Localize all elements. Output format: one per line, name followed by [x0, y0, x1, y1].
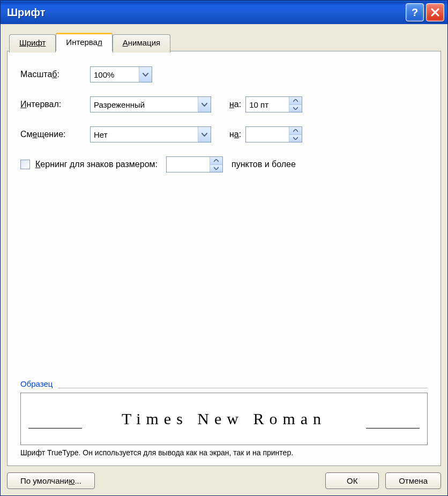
chevron-up-icon [293, 129, 298, 132]
row-position: Смещение: на: [20, 126, 428, 142]
position-by-label: на: [229, 130, 241, 139]
close-button[interactable] [426, 3, 444, 21]
titlebar-buttons: ? [406, 3, 444, 21]
tab-font[interactable]: Шрифт [9, 34, 56, 52]
spacing-dropdown-button[interactable] [198, 97, 211, 112]
kerning-label: Кернинг для знаков размером: [35, 160, 158, 169]
spacing-label: Интервал: [20, 100, 90, 109]
preview-box: Times New Roman [20, 393, 428, 445]
chevron-down-icon [201, 103, 207, 107]
spacer [20, 177, 428, 374]
row-kerning: Кернинг для знаков размером: [20, 156, 428, 172]
kerning-spin-down[interactable] [210, 165, 222, 172]
position-by-spin-buttons [289, 127, 302, 142]
kerning-input[interactable] [167, 157, 210, 172]
tab-interval[interactable]: Интервал [56, 33, 112, 51]
spacing-by-label: на: [229, 100, 241, 109]
spacing-by-spinner[interactable] [245, 96, 302, 112]
help-icon: ? [412, 6, 418, 19]
position-input[interactable] [91, 127, 198, 142]
scale-label: Масштаб: [20, 70, 90, 79]
kerning-spin-buttons [210, 157, 222, 172]
titlebar: Шрифт ? [1, 1, 447, 24]
position-by-spin-up[interactable] [289, 127, 302, 135]
spacing-by-spin-up[interactable] [289, 97, 302, 105]
preview-hint: Шрифт TrueType. Он используется для выво… [20, 448, 428, 457]
preview-section-label: Образец [20, 379, 57, 388]
window-title: Шрифт [7, 6, 406, 19]
preview-text: Times New Roman [122, 410, 326, 428]
kerning-spin-up[interactable] [210, 157, 222, 165]
font-dialog: Шрифт ? Шрифт Интервал Анимация [0, 0, 448, 496]
spacing-by-input[interactable] [246, 97, 289, 112]
tab-animation[interactable]: Анимация [113, 34, 170, 52]
chevron-up-icon [214, 159, 219, 162]
row-scale: Масштаб: [20, 66, 428, 82]
chevron-down-icon [293, 137, 298, 140]
chevron-down-icon [293, 107, 298, 110]
position-by-spinner[interactable] [245, 126, 302, 142]
chevron-down-icon [143, 73, 148, 77]
help-button[interactable]: ? [406, 3, 424, 21]
position-label: Смещение: [20, 130, 90, 139]
form-area: Масштаб: Интервал: [20, 66, 428, 177]
spacing-input[interactable] [91, 97, 198, 112]
close-icon [431, 8, 439, 17]
preview-fieldset: Образец Times New Roman Шрифт TrueType. … [20, 385, 428, 457]
spacing-by-spin-down[interactable] [289, 105, 302, 112]
preview-underline-right [366, 428, 420, 429]
button-row: По умолчанию... ОК Отмена [7, 472, 441, 489]
scale-input[interactable] [91, 67, 139, 82]
tab-row: Шрифт Интервал Анимация [9, 33, 441, 51]
kerning-suffix: пунктов и более [232, 160, 296, 169]
spacing-by-spin-buttons [289, 97, 302, 112]
fieldset-line [58, 388, 428, 388]
cancel-button[interactable]: Отмена [385, 472, 441, 489]
chevron-down-icon [214, 167, 219, 170]
row-spacing: Интервал: на: [20, 96, 428, 112]
kerning-checkbox[interactable] [20, 160, 30, 169]
ok-button[interactable]: ОК [325, 472, 379, 489]
chevron-up-icon [293, 99, 298, 102]
position-by-spin-down[interactable] [289, 135, 302, 142]
preview-underline-left [28, 428, 82, 429]
scale-dropdown-button[interactable] [139, 67, 152, 82]
default-button[interactable]: По умолчанию... [7, 472, 95, 489]
spacing-combo[interactable] [90, 96, 211, 112]
position-combo[interactable] [90, 126, 211, 142]
scale-combo[interactable] [90, 66, 152, 82]
position-dropdown-button[interactable] [198, 127, 211, 142]
tab-panel: Масштаб: Интервал: [7, 51, 441, 466]
dialog-content: Шрифт Интервал Анимация Масштаб: [1, 24, 447, 495]
position-by-input[interactable] [246, 127, 289, 142]
chevron-down-icon [201, 133, 207, 137]
kerning-spinner[interactable] [166, 156, 223, 172]
